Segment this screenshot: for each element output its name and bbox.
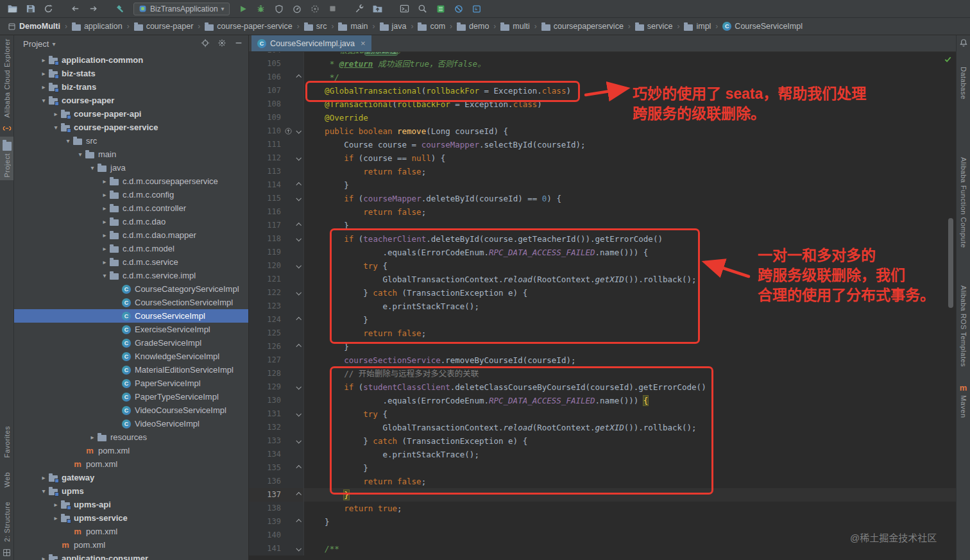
line-number[interactable]: 122 <box>249 286 284 300</box>
coverage-button[interactable] <box>271 1 287 17</box>
line-number[interactable]: 137 <box>249 488 284 502</box>
line-number[interactable]: 108 <box>249 98 284 111</box>
inspections-ok-icon[interactable] <box>944 55 952 64</box>
breadcrumb-item-course-paper[interactable]: course-paper <box>133 22 195 31</box>
line-number[interactable]: 121 <box>249 273 284 286</box>
line-number[interactable]: 134 <box>249 448 284 461</box>
breadcrumb-item-coursepaperservice[interactable]: coursepaperservice <box>540 22 625 31</box>
save-button[interactable] <box>22 1 38 17</box>
line-number[interactable]: 132 <box>249 421 284 434</box>
line-number[interactable]: 131 <box>249 407 284 421</box>
line-number[interactable]: 110 <box>249 124 284 138</box>
device-button[interactable] <box>468 1 485 17</box>
tree-item-c-d-m-c-model[interactable]: ▸c.d.m.c.model <box>14 242 248 255</box>
open-button[interactable] <box>4 1 21 17</box>
search-button[interactable] <box>414 1 431 17</box>
sheet-button[interactable] <box>432 1 449 17</box>
tree-item-main[interactable]: ▾main <box>14 148 248 161</box>
code-line-112[interactable]: 112 if (course == null) { <box>249 151 956 165</box>
fold-collapse-icon[interactable] <box>293 192 304 205</box>
fold-collapse-icon[interactable] <box>293 259 304 273</box>
line-number[interactable]: 126 <box>249 340 284 353</box>
tree-expand-arrow[interactable]: ▸ <box>38 83 49 90</box>
deploy-button[interactable] <box>370 1 386 17</box>
tree-item-pom-xml[interactable]: mpom.xml <box>14 525 248 538</box>
tree-item-upms-api[interactable]: ▸upms-api <box>14 498 248 511</box>
line-number[interactable]: 113 <box>249 165 284 178</box>
code-line-139[interactable]: 139 } <box>249 515 956 529</box>
tree-item-upms-service[interactable]: ▸upms-service <box>14 511 248 525</box>
tree-collapse-arrow[interactable]: ▾ <box>87 164 98 171</box>
fold-expand-icon[interactable] <box>293 313 304 327</box>
tool-button-alibaba-cloud-explorer[interactable]: Alibaba Cloud Explorer <box>0 35 14 121</box>
breadcrumb-item-multi[interactable]: multi <box>499 22 531 31</box>
tree-item-pom-xml[interactable]: mpom.xml <box>14 444 248 457</box>
tree-item-course-paper[interactable]: ▾course-paper <box>14 94 248 107</box>
build-button[interactable] <box>112 1 128 17</box>
code-line-120[interactable]: 120 try { <box>249 259 956 273</box>
breadcrumb-item-application[interactable]: application <box>71 22 124 31</box>
line-number[interactable]: 139 <box>249 515 284 529</box>
tree-item-videocourseserviceimpl[interactable]: CVideoCourseServiceImpl <box>14 403 248 417</box>
tool-button-alibaba-ros-templates[interactable]: Alibaba ROS Templates <box>957 282 970 370</box>
tool-button-maven[interactable]: mMaven <box>957 380 970 421</box>
tab-close-icon[interactable]: × <box>361 38 366 48</box>
tools-button[interactable] <box>352 1 368 17</box>
fold-expand-icon[interactable] <box>293 219 304 232</box>
tree-expand-arrow[interactable]: ▸ <box>99 218 110 225</box>
breadcrumb-item-service[interactable]: service <box>634 22 674 31</box>
code-line-140[interactable]: 140 <box>249 529 956 542</box>
code-line-110[interactable]: 110 public boolean remove(Long courseId)… <box>249 124 956 138</box>
fold-collapse-icon[interactable] <box>293 407 304 421</box>
editor-body[interactable]: 104 * 根据ID删除课程。105 * @return 成功返回true，否则… <box>249 52 956 560</box>
line-number[interactable]: 138 <box>249 502 284 515</box>
tool-button-web[interactable]: Web <box>0 469 14 491</box>
tool-button-notifications[interactable] <box>957 35 970 51</box>
code-line-135[interactable]: 135 } <box>249 461 956 475</box>
locate-icon[interactable] <box>201 38 210 49</box>
code-line-138[interactable]: 138 return true; <box>249 502 956 515</box>
tree-item-application-consumer[interactable]: ▸application-consumer <box>14 552 248 560</box>
tool-button-project[interactable]: Project <box>0 137 14 181</box>
breadcrumb-item-com[interactable]: com <box>416 22 447 31</box>
tree-expand-arrow[interactable]: ▸ <box>99 205 110 212</box>
fold-expand-icon[interactable] <box>293 515 304 529</box>
code-line-123[interactable]: 123 e.printStackTrace(); <box>249 300 956 313</box>
run-config-select[interactable]: BizTransApplication▾ <box>133 3 230 15</box>
code-line-104[interactable]: 104 * 根据ID删除课程。 <box>249 52 956 57</box>
tree-item-coursecategoryserviceimpl[interactable]: CCourseCategoryServiceImpl <box>14 282 248 296</box>
tree-item-coursesectionserviceimpl[interactable]: CCourseSectionServiceImpl <box>14 296 248 309</box>
code-line-124[interactable]: 124 } <box>249 313 956 327</box>
tool-button-alibaba-cloud[interactable] <box>0 121 14 137</box>
tree-item-papertypeserviceimpl[interactable]: CPaperTypeServiceImpl <box>14 390 248 403</box>
tree-item-resources[interactable]: ▸resources <box>14 430 248 444</box>
breadcrumb-item-java[interactable]: java <box>379 22 408 31</box>
fold-collapse-icon[interactable] <box>293 151 304 165</box>
code-line-134[interactable]: 134 e.printStackTrace(); <box>249 448 956 461</box>
tree-expand-arrow[interactable]: ▸ <box>38 474 49 481</box>
forward-button[interactable] <box>85 1 101 17</box>
tool-button-favorites[interactable]: Favorites <box>0 423 14 461</box>
tree-collapse-arrow[interactable]: ▾ <box>38 488 49 495</box>
code-line-107[interactable]: 107 @GlobalTransactional(rollbackFor = E… <box>249 84 956 98</box>
code-line-122[interactable]: 122 } catch (TransactionException e) { <box>249 286 956 300</box>
breadcrumb-item-course-paper-service[interactable]: course-paper-service <box>203 22 293 31</box>
tree-item-videoserviceimpl[interactable]: CVideoServiceImpl <box>14 417 248 430</box>
tree-item-paperserviceimpl[interactable]: CPaperServiceImpl <box>14 377 248 390</box>
tree-item-c-d-m-c-service[interactable]: ▸c.d.m.c.service <box>14 255 248 269</box>
fold-expand-icon[interactable] <box>293 71 304 84</box>
tree-item-application-common[interactable]: ▸application-common <box>14 53 248 67</box>
code-line-132[interactable]: 132 GlobalTransactionContext.reload(Root… <box>249 421 956 434</box>
tree-expand-arrow[interactable]: ▸ <box>51 110 61 117</box>
settings-icon[interactable] <box>217 38 226 49</box>
line-number[interactable]: 129 <box>249 380 284 394</box>
code-line-113[interactable]: 113 return false; <box>249 165 956 178</box>
line-number[interactable]: 116 <box>249 205 284 219</box>
tree-expand-arrow[interactable]: ▸ <box>51 514 61 522</box>
code-line-126[interactable]: 126 } <box>249 340 956 353</box>
fold-collapse-icon[interactable] <box>293 380 304 394</box>
terminal-button[interactable] <box>396 1 413 17</box>
tree-item-c-d-m-c-dao-mapper[interactable]: ▸c.d.m.c.dao.mapper <box>14 228 248 242</box>
line-number[interactable]: 105 <box>249 57 284 71</box>
tree-item-courseserviceimpl[interactable]: CCourseServiceImpl <box>14 309 248 323</box>
